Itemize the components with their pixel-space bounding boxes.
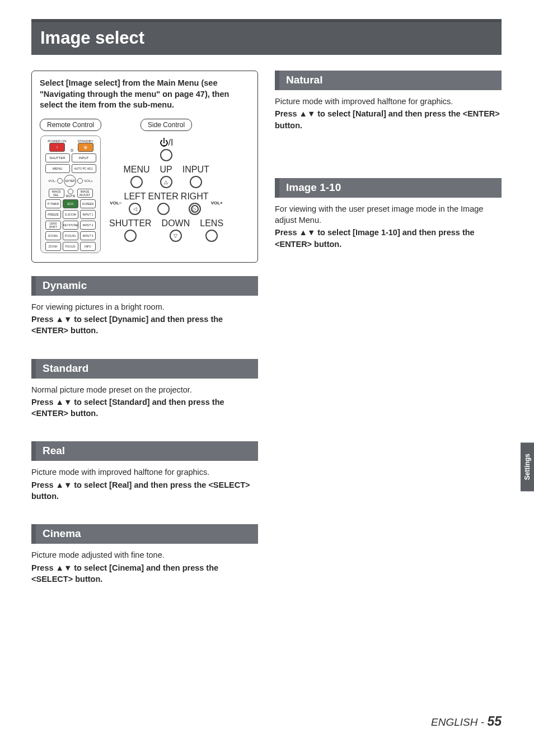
page-title-bar: Image select (31, 19, 502, 55)
remote-zoomminus-button: ZOOM- (45, 242, 61, 251)
remote-down-icon (68, 189, 73, 194)
remote-dzoom-button: D.ZOOM (63, 210, 78, 219)
dynamic-desc: For viewing pictures in a bright room. (31, 301, 258, 312)
instruction-box: Select [Image select] from the Main Menu… (31, 71, 258, 263)
side-control-label: Side Control (140, 119, 192, 131)
remote-freeze-button: FREEZE (45, 210, 61, 219)
footer-language: ENGLISH - (431, 716, 487, 728)
remote-imageadj-button: IMAGE ADJUST (77, 189, 93, 198)
remote-volminus-label: VOL- (48, 179, 56, 183)
remote-control-block: Remote Control POWER ON I STANDBY (40, 119, 101, 253)
remote-mute-label: MUTE (66, 194, 76, 198)
side-tab-settings: Settings (521, 442, 534, 491)
side-menu-button (130, 176, 143, 188)
standard-body: Normal picture mode preset on the projec… (31, 384, 258, 419)
remote-standby-label: STANDBY (78, 139, 93, 143)
side-enter-button (157, 203, 170, 215)
remote-control-label: Remote Control (40, 119, 101, 131)
image110-action: Press ▲▼ to select [Image 1-10] and then… (275, 227, 502, 250)
side-control-block: Side Control ⏻/I MENU UP△ (116, 119, 217, 227)
remote-left-icon (57, 178, 63, 184)
remote-info-button: INFO (80, 242, 96, 251)
remote-input2-button: INPUT 2 (80, 221, 96, 230)
side-left-label: LEFT (124, 192, 146, 202)
cinema-desc: Picture mode adjusted with fine tone. (31, 549, 258, 561)
side-power-button (160, 149, 172, 161)
remote-eco-button: ECO (63, 199, 78, 208)
left-column: Select [Image select] from the Main Menu… (31, 71, 258, 607)
real-heading: Real (31, 441, 258, 461)
remote-control-illustration: POWER ON I STANDBY ⏻ SHUTTER (40, 136, 101, 253)
remote-focusplus-button: FOCUS+ (63, 231, 78, 240)
side-up-button: △ (160, 176, 172, 188)
side-up-label: UP (160, 165, 172, 175)
side-right-label: RIGHT (181, 192, 209, 202)
side-lens-label: LENS (200, 218, 223, 228)
standard-action: Press ▲▼ to select [Standard] and then p… (31, 396, 258, 419)
remote-enter-button: ENTER (64, 175, 76, 187)
natural-action: Press ▲▼ to select [Natural] and then pr… (275, 108, 502, 131)
side-right-button: ▷ (189, 203, 201, 215)
side-shutter-label: SHUTTER (109, 218, 152, 228)
footer-page-number: 55 (487, 714, 502, 729)
side-down-label: DOWN (162, 218, 190, 228)
remote-menu-button: MENU (45, 164, 70, 173)
remote-screen-button: SCREEN (80, 199, 96, 208)
side-volplus-label: VOL+ (211, 200, 223, 206)
standard-heading: Standard (31, 359, 258, 379)
cinema-action: Press ▲▼ to select [Cinema] and then pre… (31, 562, 258, 585)
side-left-button: ◁ (129, 203, 141, 215)
real-body: Picture mode with improved halftone for … (31, 466, 258, 502)
side-volminus-label: VOL− (110, 200, 121, 206)
side-shutter-button (124, 230, 137, 242)
instruction-lead: Select [Image select] from the Main Menu… (40, 78, 250, 111)
remote-ptimer-button: P-TIMER (45, 199, 61, 208)
remote-focusminus-button: FOCUS- (63, 242, 78, 251)
side-input-label: INPUT (182, 165, 209, 175)
remote-lensshift-button: LENS SHIFT (45, 221, 61, 230)
cinema-body: Picture mode adjusted with fine tone. Pr… (31, 549, 258, 585)
real-desc: Picture mode with improved halftone for … (31, 466, 258, 478)
remote-power-on-button: I (49, 143, 65, 152)
natural-body: Picture mode with improved halftone for … (275, 96, 502, 131)
side-enter-label: ENTER (148, 192, 179, 202)
page-footer: ENGLISH - 55 (431, 714, 502, 729)
cinema-heading: Cinema (31, 524, 258, 544)
remote-input3-button: INPUT 3 (80, 231, 96, 240)
remote-right-icon (77, 178, 83, 184)
real-action: Press ▲▼ to select [Real] and then press… (31, 479, 258, 502)
dynamic-action: Press ▲▼ to select [Dynamic] and then pr… (31, 314, 258, 337)
natural-heading: Natural (275, 71, 502, 90)
image110-heading: Image 1-10 (275, 178, 502, 198)
remote-standby-button: ⏻ (78, 143, 93, 152)
page-title: Image select (40, 28, 144, 48)
remote-power-on-label: POWER ON (48, 139, 66, 143)
image110-body: For viewing with the user preset image m… (275, 203, 502, 250)
remote-autopc-button: AUTO PC ADJ. (72, 164, 96, 173)
natural-desc: Picture mode with improved halftone for … (275, 96, 502, 107)
side-menu-label: MENU (123, 165, 149, 175)
remote-input-button: INPUT (72, 153, 96, 162)
side-down-button: ▽ (170, 230, 182, 242)
side-input-button (190, 176, 202, 188)
remote-imagesel-button: IMAGE SEL. (49, 189, 64, 198)
dynamic-body: For viewing pictures in a bright room. P… (31, 301, 258, 337)
remote-volplus-label: VOL+ (84, 179, 93, 183)
dynamic-heading: Dynamic (31, 276, 258, 296)
side-control-illustration: ⏻/I MENU UP△ INPUT VOL− (116, 138, 217, 227)
remote-input1-button: INPUT 1 (80, 210, 96, 219)
remote-keystone-button: KEYSTONE (63, 221, 78, 230)
standard-desc: Normal picture mode preset on the projec… (31, 384, 258, 395)
side-power-label: ⏻/I (160, 138, 174, 148)
remote-shutter-button: SHUTTER (45, 153, 70, 162)
remote-zoomplus-button: ZOOM+ (45, 231, 61, 240)
right-column: Natural Picture mode with improved halft… (275, 71, 502, 607)
image110-desc: For viewing with the user preset image m… (275, 203, 502, 226)
side-lens-button (205, 230, 218, 242)
